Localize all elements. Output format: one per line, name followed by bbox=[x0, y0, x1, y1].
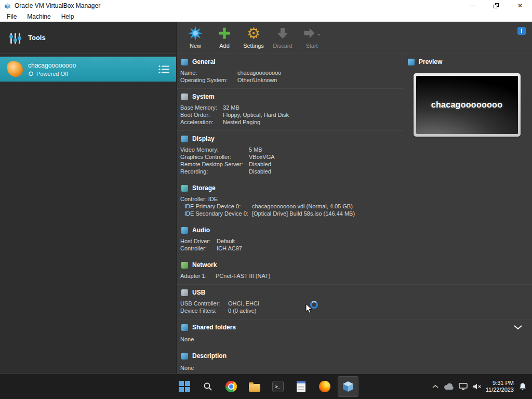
add-icon bbox=[217, 24, 232, 42]
menubar: File Machine Help bbox=[0, 11, 532, 22]
start-icon bbox=[302, 24, 321, 42]
preview-monitor: chacagoooooooo bbox=[414, 73, 521, 137]
system-icon bbox=[181, 94, 188, 100]
menu-machine[interactable]: Machine bbox=[22, 12, 55, 21]
vm-status-text: Powered Off bbox=[36, 71, 68, 77]
preview-screen: chacagoooooooo bbox=[416, 76, 518, 134]
notification-center-icon[interactable] bbox=[517, 27, 526, 35]
chrome-button[interactable] bbox=[221, 376, 242, 397]
settings-gear-icon: ⚙ bbox=[247, 24, 260, 42]
virtualbox-app-icon bbox=[4, 3, 11, 9]
section-storage: Storage Controller: IDE IDE Primary Devi… bbox=[177, 180, 532, 222]
main-pane: New Add ⚙ Settings Discard bbox=[177, 22, 532, 374]
power-off-icon bbox=[28, 71, 34, 76]
section-network: Network Adapter 1:PCnet-FAST III (NAT) bbox=[177, 257, 532, 285]
minimize-icon bbox=[470, 6, 475, 6]
close-button[interactable]: ✕ bbox=[508, 0, 532, 11]
menu-help[interactable]: Help bbox=[57, 12, 79, 21]
vm-menu-icon[interactable] bbox=[158, 65, 170, 74]
firefox-icon bbox=[319, 381, 330, 392]
file-explorer-button[interactable] bbox=[244, 376, 265, 397]
detail-row: USB Controller:OHCI, EHCI bbox=[180, 300, 527, 307]
display-header[interactable]: Display bbox=[180, 135, 397, 142]
tools-icon bbox=[10, 32, 20, 44]
start-button: Start bbox=[298, 24, 325, 49]
detail-row: Base Memory:32 MB bbox=[180, 104, 397, 111]
window-title: Oracle VM VirtualBox Manager bbox=[15, 2, 460, 9]
vm-os-icon bbox=[7, 61, 23, 77]
network-header[interactable]: Network bbox=[180, 261, 527, 269]
audio-icon bbox=[181, 227, 188, 234]
close-icon: ✕ bbox=[517, 3, 523, 9]
description-header[interactable]: Description bbox=[180, 352, 527, 360]
shared-folders-collapse-icon[interactable] bbox=[513, 325, 523, 330]
section-description: Description None bbox=[177, 348, 532, 374]
notepad-button[interactable] bbox=[291, 376, 312, 397]
add-button[interactable]: Add bbox=[211, 24, 238, 49]
audio-header[interactable]: Audio bbox=[180, 227, 527, 234]
taskbar-clock[interactable]: 9:31 PM 11/22/2023 bbox=[486, 380, 514, 393]
vm-name: chacagoooooooo bbox=[28, 62, 153, 69]
folder-icon bbox=[249, 384, 260, 392]
general-header[interactable]: General bbox=[180, 58, 397, 65]
new-button[interactable]: New bbox=[182, 24, 209, 49]
virtualbox-cube-icon bbox=[342, 380, 354, 393]
section-preview: Preview chacagoooooooo bbox=[403, 54, 532, 141]
settings-button[interactable]: ⚙ Settings bbox=[240, 24, 267, 49]
detail-row: None bbox=[180, 364, 527, 371]
details-top-row: General Name:chacagoooooooo Operating Sy… bbox=[177, 54, 532, 180]
network-icon bbox=[181, 262, 188, 269]
display-icon bbox=[181, 136, 188, 142]
shared-folders-header[interactable]: Shared folders bbox=[180, 324, 527, 331]
usb-header[interactable]: USB bbox=[180, 289, 527, 296]
detail-row: Controller: IDE bbox=[180, 195, 527, 203]
preview-pane: Preview chacagoooooooo bbox=[403, 54, 532, 180]
chrome-icon bbox=[225, 381, 237, 392]
notepad-icon bbox=[297, 381, 305, 392]
detail-row: IDE Primary Device 0:chacagoooooooo.vdi … bbox=[180, 203, 527, 210]
detail-row: None bbox=[180, 336, 527, 343]
discard-icon bbox=[276, 24, 289, 42]
windows-logo-icon bbox=[179, 381, 190, 392]
search-icon bbox=[203, 382, 212, 391]
storage-header[interactable]: Storage bbox=[180, 184, 527, 192]
tray-chevron-up-icon[interactable] bbox=[432, 384, 439, 389]
start-menu-button[interactable] bbox=[174, 376, 195, 397]
system-header[interactable]: System bbox=[180, 93, 397, 100]
section-audio: Audio Host Driver:Default Controller:ICH… bbox=[177, 222, 532, 257]
description-icon bbox=[181, 353, 188, 360]
vm-texts: chacagoooooooo Powered Off bbox=[28, 62, 153, 77]
details-pane: General Name:chacagoooooooo Operating Sy… bbox=[177, 54, 532, 374]
detail-row: Operating System:Other/Unknown bbox=[180, 76, 397, 84]
terminal-button[interactable]: >_ bbox=[268, 376, 288, 397]
search-button[interactable] bbox=[197, 376, 218, 397]
tools-header[interactable]: Tools bbox=[0, 22, 176, 54]
detail-row: Device Filters:0 (0 active) bbox=[180, 307, 527, 314]
volume-muted-icon[interactable] bbox=[472, 383, 481, 390]
notifications-bell-icon[interactable] bbox=[518, 382, 527, 391]
toolbar: New Add ⚙ Settings Discard bbox=[177, 22, 532, 54]
usb-icon bbox=[181, 289, 188, 296]
detail-row: Video Memory:5 MB bbox=[180, 146, 397, 153]
vm-status: Powered Off bbox=[28, 71, 153, 77]
discard-label: Discard bbox=[273, 43, 292, 49]
onedrive-cloud-icon[interactable] bbox=[444, 383, 454, 390]
display-cast-icon[interactable] bbox=[459, 383, 468, 390]
detail-row: Name:chacagoooooooo bbox=[180, 69, 397, 76]
detail-row: Acceleration:Nested Paging bbox=[180, 118, 397, 126]
restore-button[interactable] bbox=[484, 0, 508, 11]
section-display: Display Video Memory:5 MB Graphics Contr… bbox=[177, 131, 403, 180]
titlebar: Oracle VM VirtualBox Manager ✕ bbox=[0, 0, 532, 11]
storage-icon bbox=[181, 185, 188, 192]
detail-row: Boot Order:Floppy, Optical, Hard Disk bbox=[180, 111, 397, 118]
section-general: General Name:chacagoooooooo Operating Sy… bbox=[177, 54, 403, 89]
new-label: New bbox=[190, 43, 201, 49]
firefox-button[interactable] bbox=[314, 376, 335, 397]
system-tray: 9:31 PM 11/22/2023 bbox=[432, 374, 530, 399]
virtualbox-button[interactable] bbox=[338, 376, 358, 397]
preview-icon bbox=[408, 59, 415, 65]
menu-file[interactable]: File bbox=[2, 12, 21, 21]
vm-list-item[interactable]: chacagoooooooo Powered Off bbox=[0, 57, 176, 82]
minimize-button[interactable] bbox=[460, 0, 484, 11]
app-body: Tools chacagoooooooo Powered Off New bbox=[0, 22, 532, 374]
